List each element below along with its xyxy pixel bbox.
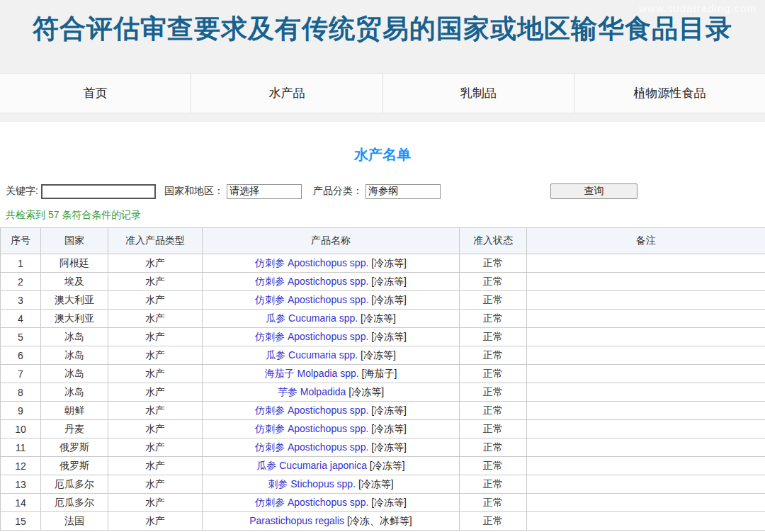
- row-product-name: Parastichopus regalis [冷冻、冰鲜等]: [203, 512, 460, 531]
- top-banner: www.sudatrading.com 符合评估审查要求及有传统贸易的国家或地区…: [0, 0, 765, 73]
- table-row: 7 冰岛 水产 海茄子 Molpadia spp. [海茄子] 正常: [1, 365, 765, 383]
- header-status: 准入状态: [460, 228, 527, 254]
- nav-item-plant-based-foods[interactable]: 植物源性食品: [574, 74, 765, 113]
- product-link[interactable]: 海茄子 Molpadia spp.: [265, 368, 359, 379]
- divider-strip: [0, 113, 765, 122]
- keyword-label: 关键字:: [6, 185, 38, 198]
- row-product-name: 仿刺参 Apostichopus spp. [冷冻等]: [203, 254, 460, 273]
- table-row: 9 朝鲜 水产 仿刺参 Apostichopus spp. [冷冻等] 正常: [1, 402, 765, 420]
- row-product-name: 仿刺参 Apostichopus spp. [冷冻等]: [203, 273, 460, 291]
- row-product-type: 水产: [108, 475, 203, 494]
- query-button[interactable]: 查询: [550, 183, 638, 199]
- row-product-name: 刺参 Stichopus spp. [冷冻等]: [203, 475, 460, 494]
- row-country: 厄瓜多尔: [41, 475, 108, 494]
- row-country: 澳大利亚: [41, 291, 108, 310]
- country-select[interactable]: [227, 184, 302, 199]
- row-status: 正常: [460, 346, 527, 365]
- row-status: 正常: [460, 310, 527, 328]
- row-product-type: 水产: [108, 438, 203, 457]
- product-suffix: [冷冻等]: [368, 276, 407, 287]
- table-row: 11 俄罗斯 水产 仿刺参 Apostichopus spp. [冷冻等] 正常: [1, 438, 765, 457]
- table-row: 5 冰岛 水产 仿刺参 Apostichopus spp. [冷冻等] 正常: [1, 328, 765, 346]
- product-link[interactable]: 仿刺参 Apostichopus spp.: [255, 441, 368, 453]
- row-country: 冰岛: [41, 383, 108, 402]
- row-number: 10: [1, 420, 41, 438]
- row-remark: [527, 494, 765, 512]
- table-row: 3 澳大利亚 水产 仿刺参 Apostichopus spp. [冷冻等] 正常: [1, 291, 765, 310]
- product-link[interactable]: 仿刺参 Apostichopus spp.: [255, 423, 368, 434]
- row-number: 13: [1, 475, 41, 494]
- row-product-name: 瓜参 Cucumaria spp. [冷冻等]: [203, 346, 460, 365]
- header-product-type: 准入产品类型: [108, 228, 203, 254]
- category-select[interactable]: [366, 184, 441, 199]
- row-remark: [527, 420, 765, 438]
- product-link[interactable]: 瓜参 Cucumaria japonica: [256, 460, 367, 471]
- product-link[interactable]: 瓜参 Cucumaria spp.: [266, 312, 358, 324]
- nav-item-home[interactable]: 首页: [0, 74, 191, 113]
- product-suffix: [冷冻等]: [368, 441, 407, 453]
- row-product-name: 瓜参 Cucumaria japonica [冷冻等]: [203, 457, 460, 475]
- nav-item-dairy-products[interactable]: 乳制品: [383, 74, 574, 113]
- watermark: www.sudatrading.com: [639, 2, 756, 14]
- product-link[interactable]: 仿刺参 Apostichopus spp.: [255, 294, 368, 305]
- row-number: 1: [1, 254, 41, 273]
- row-status: 正常: [460, 457, 527, 475]
- product-link[interactable]: 芋参 Molpadida: [278, 386, 346, 397]
- row-remark: [527, 402, 765, 420]
- main-nav: 首页 水产品 乳制品 植物源性食品: [0, 73, 765, 113]
- table-row: 8 冰岛 水产 芋参 Molpadida [冷冻等] 正常: [1, 383, 765, 402]
- table-row: 12 俄罗斯 水产 瓜参 Cucumaria japonica [冷冻等] 正常: [1, 457, 765, 475]
- table-row: 10 丹麦 水产 仿刺参 Apostichopus spp. [冷冻等] 正常: [1, 420, 765, 438]
- nav-item-label: 植物源性食品: [633, 85, 706, 101]
- product-link[interactable]: Parastichopus regalis: [249, 515, 344, 526]
- product-link[interactable]: 瓜参 Cucumaria spp.: [266, 349, 358, 361]
- row-remark: [527, 291, 765, 310]
- product-suffix: [冷冻等]: [367, 460, 405, 471]
- category-label: 产品分类：: [313, 185, 363, 198]
- header-country: 国家: [41, 228, 108, 254]
- row-number: 3: [1, 291, 41, 310]
- row-number: 6: [1, 346, 41, 365]
- product-link[interactable]: 仿刺参 Apostichopus spp.: [255, 331, 368, 342]
- row-country: 埃及: [41, 273, 108, 291]
- row-product-type: 水产: [108, 383, 203, 402]
- header-remark: 备注: [527, 228, 765, 254]
- row-product-type: 水产: [108, 402, 203, 420]
- product-suffix: [冷冻等]: [358, 312, 396, 324]
- row-status: 正常: [460, 494, 527, 512]
- row-number: 11: [1, 438, 41, 457]
- keyword-input[interactable]: [41, 184, 156, 199]
- row-country: 朝鲜: [41, 402, 108, 420]
- product-suffix: [冷冻等]: [368, 294, 407, 305]
- row-status: 正常: [460, 328, 527, 346]
- product-link[interactable]: 仿刺参 Apostichopus spp.: [255, 404, 368, 416]
- product-suffix: [冷冻等]: [358, 349, 396, 361]
- product-link[interactable]: 刺参 Stichopus spp.: [268, 478, 356, 489]
- row-product-name: 海茄子 Molpadia spp. [海茄子]: [203, 365, 460, 383]
- nav-item-label: 水产品: [268, 85, 305, 101]
- row-remark: [527, 438, 765, 457]
- product-link[interactable]: 仿刺参 Apostichopus spp.: [255, 497, 368, 508]
- row-product-type: 水产: [108, 420, 203, 438]
- row-product-name: 芋参 Molpadida [冷冻等]: [203, 383, 460, 402]
- row-product-name: 仿刺参 Apostichopus spp. [冷冻等]: [203, 420, 460, 438]
- product-suffix: [冷冻等]: [368, 257, 407, 268]
- table-row: 1 阿根廷 水产 仿刺参 Apostichopus spp. [冷冻等] 正常: [1, 254, 765, 273]
- row-product-name: 仿刺参 Apostichopus spp. [冷冻等]: [203, 291, 460, 310]
- row-product-type: 水产: [108, 346, 203, 365]
- row-country: 阿根廷: [41, 254, 108, 273]
- row-product-type: 水产: [108, 310, 203, 328]
- row-status: 正常: [460, 254, 527, 273]
- table-row: 15 法国 水产 Parastichopus regalis [冷冻、冰鲜等] …: [1, 512, 765, 531]
- nav-item-aquatic-products[interactable]: 水产品: [191, 74, 382, 113]
- row-country: 冰岛: [41, 365, 108, 383]
- row-country: 俄罗斯: [41, 457, 108, 475]
- results-table: 序号 国家 准入产品类型 产品名称 准入状态 备注 1 阿根廷 水产 仿刺参 A…: [0, 227, 765, 531]
- row-product-type: 水产: [108, 273, 203, 291]
- product-link[interactable]: 仿刺参 Apostichopus spp.: [255, 276, 368, 287]
- row-country: 丹麦: [41, 420, 108, 438]
- row-country: 冰岛: [41, 346, 108, 365]
- table-row: 6 冰岛 水产 瓜参 Cucumaria spp. [冷冻等] 正常: [1, 346, 765, 365]
- product-link[interactable]: 仿刺参 Apostichopus spp.: [255, 257, 368, 268]
- row-number: 8: [1, 383, 41, 402]
